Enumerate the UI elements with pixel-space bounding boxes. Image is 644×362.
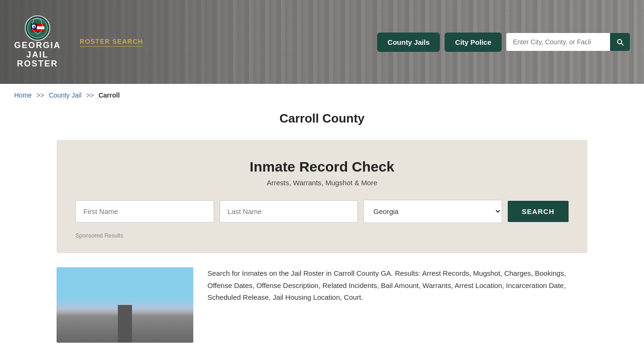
breadcrumb-current: Carroll	[99, 91, 120, 99]
breadcrumb-sep2: >>	[86, 91, 94, 99]
bottom-section: Search for Inmates on the Jail Roster in…	[0, 253, 644, 357]
record-check-subtitle: Arrests, Warrants, Mugshot & More	[75, 179, 569, 187]
state-select[interactable]: AlabamaAlaskaArizonaArkansasCaliforniaCo…	[363, 200, 502, 223]
county-jails-button[interactable]: County Jails	[377, 33, 440, 52]
sponsored-label: Sponsored Results	[75, 232, 569, 239]
header-right: County Jails City Police	[377, 33, 630, 52]
last-name-input[interactable]	[220, 200, 358, 222]
first-name-input[interactable]	[75, 200, 214, 222]
logo-line3: ROSTER	[17, 59, 58, 69]
logo-line2: JAIL	[26, 50, 49, 60]
search-icon	[616, 38, 624, 46]
breadcrumb-home[interactable]: Home	[14, 91, 32, 99]
breadcrumb-county-jail[interactable]: County Jail	[49, 91, 82, 99]
record-check-title: Inmate Record Check	[75, 159, 569, 175]
breadcrumb: Home >> County Jail >> Carroll	[0, 84, 644, 107]
city-police-button[interactable]: City Police	[445, 33, 502, 52]
record-search-button[interactable]: SEARCH	[508, 201, 569, 222]
header-search-button[interactable]	[610, 33, 630, 51]
page-title: Carroll County	[0, 111, 644, 126]
record-check-section: Inmate Record Check Arrests, Warrants, M…	[57, 140, 587, 253]
header-search-input[interactable]	[506, 33, 610, 50]
logo-line1: GEORGIA	[14, 41, 61, 50]
breadcrumb-sep1: >>	[36, 91, 44, 99]
site-header: ★ GEORGIA JAIL ROSTER ROSTER SEARCH Coun…	[0, 0, 644, 84]
record-check-form: AlabamaAlaskaArizonaArkansasCaliforniaCo…	[75, 200, 569, 223]
georgia-seal-icon: ★	[25, 15, 50, 41]
location-image	[57, 267, 193, 343]
roster-search-nav[interactable]: ROSTER SEARCH	[80, 38, 143, 47]
county-description: Search for Inmates on the Jail Roster in…	[207, 267, 587, 304]
site-logo[interactable]: ★ GEORGIA JAIL ROSTER	[14, 15, 61, 69]
header-search-bar	[506, 33, 630, 51]
